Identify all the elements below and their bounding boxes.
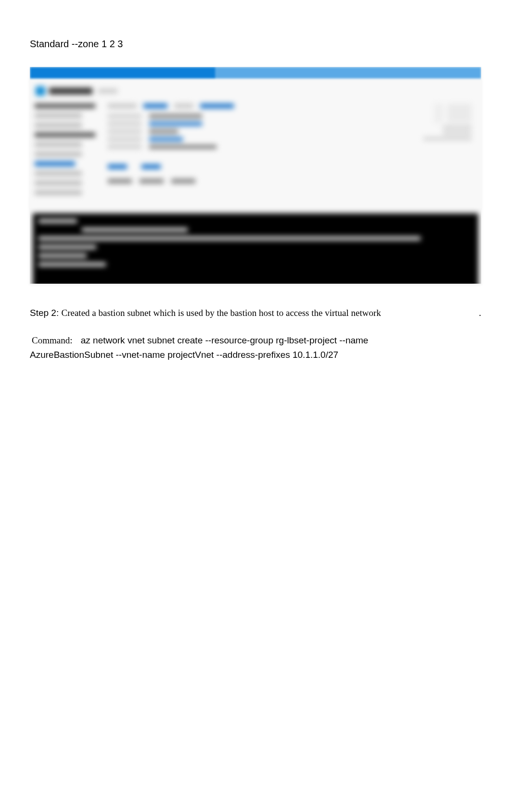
detail-label [108, 145, 141, 149]
detail-value [149, 122, 202, 126]
detail-row [108, 137, 398, 141]
summary-item [171, 179, 195, 183]
portal-main-area [30, 104, 481, 195]
command-line-2: AzureBastionSubnet --vnet-name projectVn… [30, 350, 338, 360]
sidebar-item [35, 161, 75, 166]
azure-logo-icon [36, 86, 45, 96]
terminal-line [38, 254, 87, 258]
top-command-fragment: Standard --zone 1 2 3 [30, 39, 481, 50]
toolbar-item [200, 104, 234, 108]
cloud-shell-terminal [33, 213, 478, 284]
summary-item [140, 179, 164, 183]
rp-line [443, 126, 472, 129]
terminal-line [38, 245, 96, 249]
portal-sidebar [35, 104, 102, 195]
summary-item [108, 179, 132, 183]
detail-value [149, 145, 217, 149]
detail-row [108, 122, 398, 126]
terminal-line [38, 236, 421, 240]
step2-label: Step 2: [30, 308, 59, 318]
command-section: Command: az network vnet subnet create -… [30, 333, 481, 362]
rp-box [447, 104, 472, 123]
sidebar-item [35, 113, 82, 118]
terminal-line [38, 219, 77, 223]
command-label: Command: [30, 335, 72, 345]
detail-row [108, 130, 398, 133]
sidebar-item [35, 132, 95, 137]
azure-portal-screenshot [30, 67, 481, 284]
portal-body-blurred [30, 79, 481, 284]
toolbar-item [143, 104, 167, 108]
toolbar-item [174, 104, 193, 108]
document-page: Standard --zone 1 2 3 [0, 0, 511, 362]
tab-item [108, 164, 127, 169]
detail-row [108, 145, 398, 149]
sidebar-item [35, 104, 95, 108]
rp-shape [434, 104, 444, 123]
terminal-line [38, 262, 106, 266]
step2-section: Step 2: Created a bastion subnet which i… [30, 306, 481, 320]
step2-description: Created a bastion subnet which is used b… [62, 308, 381, 318]
detail-label [108, 130, 141, 133]
detail-value [149, 114, 202, 118]
command-line-1: az network vnet subnet create --resource… [75, 335, 369, 345]
tab-item [141, 164, 161, 169]
detail-value [149, 130, 178, 133]
detail-label [108, 114, 141, 118]
toolbar-item [108, 104, 137, 108]
sidebar-item [35, 142, 82, 147]
trailing-period: . [479, 306, 481, 320]
rp-line [443, 131, 472, 134]
portal-content [108, 104, 398, 195]
terminal-line [82, 228, 188, 232]
detail-label [108, 122, 141, 126]
sidebar-item [35, 171, 82, 176]
portal-right-panel [404, 104, 476, 195]
portal-header [30, 79, 481, 104]
sidebar-item [35, 152, 82, 157]
sidebar-item [35, 123, 82, 128]
content-toolbar [108, 104, 398, 108]
resource-subtitle [98, 89, 117, 93]
detail-value [149, 137, 183, 141]
portal-top-bar [30, 67, 481, 79]
detail-row [108, 114, 398, 118]
sidebar-item [35, 190, 82, 195]
resource-title [49, 88, 92, 94]
sidebar-item [35, 181, 82, 185]
rp-line [423, 137, 472, 140]
detail-label [108, 137, 141, 141]
resource-details [108, 114, 398, 149]
